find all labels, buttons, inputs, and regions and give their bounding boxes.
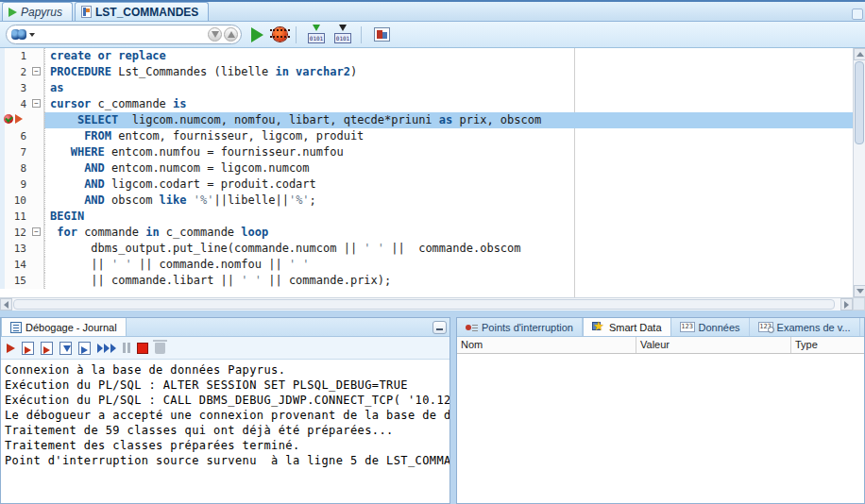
debug-log-output[interactable]: Connexion à la base de données Papyrus.E… (1, 360, 449, 503)
code-line[interactable]: 10 AND obscom like '%'||libelle||'%'; (0, 193, 853, 209)
code-text[interactable]: AND obscom like '%'||libelle||'%'; (44, 193, 853, 209)
horizontal-splitter[interactable] (0, 311, 865, 317)
code-text[interactable]: FROM entcom, fournisseur, ligcom, produi… (44, 128, 853, 144)
code-text[interactable]: AND entcom.numcom = ligcom.numcom (44, 160, 853, 176)
fold-margin[interactable]: − (30, 96, 44, 112)
code-line[interactable]: 2−PROCEDURE Lst_Commandes (libelle in va… (0, 64, 853, 80)
fold-margin[interactable]: − (30, 64, 44, 80)
column-header-nom[interactable]: Nom (457, 337, 636, 353)
inspector-tab-strip: Points d'interruption ★ Smart Data 123 D… (457, 318, 864, 337)
smart-data-icon: ★ (592, 321, 605, 333)
line-number[interactable]: 13 (0, 241, 30, 257)
code-line[interactable]: 8 AND entcom.numcom = ligcom.numcom (0, 160, 853, 176)
code-line[interactable]: 11BEGIN (0, 209, 853, 225)
code-line[interactable]: 12− for commande in c_commande loop (0, 225, 853, 241)
code-text[interactable]: create or replace (44, 48, 853, 64)
code-line[interactable]: 13 dbms_output.put_line(commande.numcom … (0, 241, 853, 257)
code-line[interactable]: 14 || ' ' || commande.nomfou || ' ' (0, 257, 853, 273)
fold-collapse-icon[interactable]: − (32, 67, 41, 76)
step-into-icon[interactable] (41, 342, 53, 355)
tab-lst-commandes[interactable]: LST_COMMANDES (75, 2, 209, 21)
scroll-up-button[interactable] (854, 48, 865, 60)
line-number[interactable]: 7 (0, 144, 30, 160)
resume-icon[interactable] (97, 344, 116, 353)
breakpoints-icon (466, 323, 478, 332)
compile-button[interactable]: 0101 (307, 26, 326, 43)
code-text[interactable]: WHERE entcom.numfou = fournisseur.numfou (44, 144, 853, 160)
minimize-button[interactable] (432, 321, 447, 334)
search-next-button[interactable] (224, 27, 238, 42)
code-line[interactable]: 1create or replace (0, 48, 853, 64)
scroll-right-button[interactable] (840, 298, 853, 311)
step-to-end-icon[interactable] (78, 342, 91, 355)
code-line[interactable]: 7 WHERE entcom.numfou = fournisseur.numf… (0, 144, 853, 160)
line-number[interactable]: 11 (0, 209, 30, 225)
line-number[interactable]: 6 (0, 128, 30, 144)
tab-donnees[interactable]: 123 Données (671, 318, 750, 336)
line-number[interactable]: 12 (0, 225, 30, 241)
line-number[interactable]: 8 (0, 160, 30, 176)
code-text[interactable]: || ' ' || commande.nomfou || ' ' (44, 257, 853, 273)
line-number[interactable]: 4 (0, 96, 30, 112)
find-execution-point-icon[interactable] (7, 344, 15, 353)
code-line[interactable]: 4−cursor c_commande is (0, 96, 853, 112)
search-previous-button[interactable] (208, 27, 222, 42)
search-input[interactable] (35, 27, 206, 42)
inspector-table-body[interactable] (457, 354, 864, 503)
tab-examens[interactable]: 123 Examens de v... (750, 318, 860, 336)
code-text[interactable]: for commande in c_commande loop (44, 225, 853, 241)
line-number[interactable]: 15 (0, 273, 30, 289)
code-text[interactable]: BEGIN (44, 209, 853, 225)
breakpoint-verified-icon[interactable] (4, 114, 13, 124)
fold-collapse-icon[interactable]: − (32, 227, 41, 236)
line-number[interactable]: 3 (0, 80, 30, 96)
tab-list-button[interactable] (852, 8, 863, 20)
code-text[interactable]: as (44, 80, 853, 96)
step-over-icon[interactable] (22, 342, 34, 355)
fold-margin (30, 160, 44, 176)
code-editor[interactable]: 1create or replace2−PROCEDURE Lst_Comman… (0, 48, 853, 297)
pause-icon[interactable] (123, 343, 130, 353)
editor-horizontal-scrollbar[interactable] (0, 297, 853, 311)
compile-for-debug-button[interactable]: 0101 (333, 26, 352, 43)
garbage-collection-icon[interactable] (155, 343, 165, 354)
breakpoint-gutter[interactable] (0, 112, 30, 128)
journal-icon (10, 322, 22, 333)
scroll-left-button[interactable] (0, 298, 12, 311)
column-header-type[interactable]: Type (791, 337, 864, 353)
debug-button[interactable] (273, 27, 287, 42)
line-number[interactable]: 1 (0, 48, 30, 64)
code-line[interactable]: SELECT ligcom.numcom, nomfou, libart, qt… (0, 112, 853, 128)
procedure-editor-window: Papyrus LST_COMMANDES 0101 0101 (0, 0, 865, 504)
step-out-icon[interactable] (59, 342, 72, 355)
fold-collapse-icon[interactable]: − (32, 99, 41, 108)
tab-smart-data[interactable]: ★ Smart Data (583, 318, 671, 336)
tab-debogage-journal[interactable]: Débogage - Journal (1, 318, 127, 336)
terminate-icon[interactable] (137, 343, 148, 354)
code-line[interactable]: 15 || commande.libart || ' ' || commande… (0, 273, 853, 289)
line-number[interactable]: 2 (0, 64, 30, 80)
search-icon[interactable] (11, 29, 26, 41)
scroll-down-button[interactable] (854, 285, 865, 297)
vertical-scroll-thumb[interactable] (855, 61, 864, 144)
run-button[interactable] (251, 27, 263, 42)
code-text[interactable]: || commande.libart || ' ' || commande.pr… (44, 273, 853, 289)
horizontal-scroll-thumb[interactable] (13, 299, 835, 310)
tab-papyrus[interactable]: Papyrus (2, 2, 73, 21)
code-text[interactable]: PROCEDURE Lst_Commandes (libelle in varc… (44, 64, 853, 80)
code-text[interactable]: AND ligcom.codart = produit.codart (44, 176, 853, 193)
line-number[interactable]: 10 (0, 193, 30, 209)
code-line[interactable]: 6 FROM entcom, fournisseur, ligcom, prod… (0, 128, 853, 144)
tab-points-dinterruption[interactable]: Points d'interruption (457, 318, 583, 336)
code-text[interactable]: SELECT ligcom.numcom, nomfou, libart, qt… (44, 112, 853, 128)
code-line[interactable]: 9 AND ligcom.codart = produit.codart (0, 176, 853, 193)
code-text[interactable]: cursor c_commande is (44, 96, 853, 112)
editor-vertical-scrollbar[interactable] (853, 48, 865, 297)
line-number[interactable]: 9 (0, 176, 30, 193)
profile-button[interactable] (374, 27, 390, 42)
column-header-valeur[interactable]: Valeur (636, 337, 791, 353)
code-text[interactable]: dbms_output.put_line(commande.numcom || … (44, 241, 853, 257)
fold-margin[interactable]: − (30, 225, 44, 241)
line-number[interactable]: 14 (0, 257, 30, 273)
code-line[interactable]: 3as (0, 80, 853, 96)
